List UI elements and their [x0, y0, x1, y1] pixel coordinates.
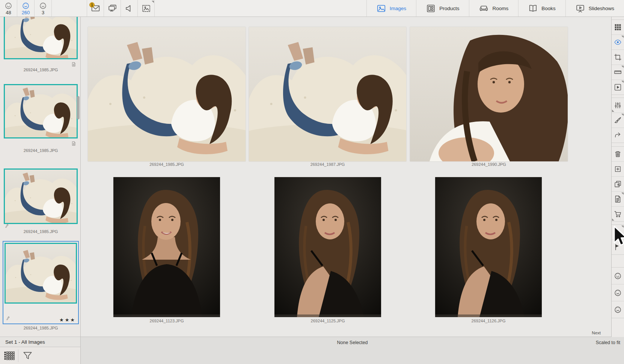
note-doc-icon [71, 141, 76, 146]
pencil-icon [5, 224, 9, 229]
image-marquee-button[interactable] [138, 0, 155, 17]
select-flag-icon [614, 243, 622, 251]
face-neutral-icon [614, 289, 622, 297]
paintbrush-button[interactable] [612, 113, 624, 128]
tab-books[interactable]: Books [518, 0, 565, 17]
photo-couch-scene [5, 85, 77, 137]
status-bar: None Selected Scaled to fit [81, 337, 624, 364]
right-toolbar-group [612, 267, 624, 318]
right-toolbar-group [612, 20, 624, 95]
face-happy-button[interactable] [612, 268, 624, 284]
email-button[interactable]: 1 [87, 0, 104, 17]
trash-icon [614, 150, 622, 158]
top-tool-group: 1 [87, 0, 155, 17]
edited-pencil-icon [6, 316, 11, 322]
tab-images-icon [377, 4, 386, 13]
photo-studio-portrait [113, 177, 220, 317]
shopping-cart-button[interactable] [612, 206, 624, 221]
grid-photo[interactable] [249, 27, 406, 161]
thumbnail-filename: 269244_1985.JPG [4, 68, 78, 72]
adjustments-icon [614, 101, 622, 109]
play-production-button[interactable] [612, 80, 624, 95]
add-frame-button[interactable] [612, 161, 624, 176]
face-sad-button[interactable] [612, 301, 624, 318]
displays-icon [108, 4, 117, 13]
adjustments-button[interactable] [612, 98, 624, 113]
face-neutral-icon [22, 2, 30, 10]
tab-images[interactable]: Images [366, 0, 416, 17]
grid-photo[interactable] [274, 177, 381, 317]
select-flag-icon [614, 228, 622, 236]
right-toolbar-group [612, 224, 624, 255]
thumbnail-photo[interactable] [4, 84, 78, 138]
tab-slideshows[interactable]: Slideshows [565, 0, 624, 17]
thumbnail-list: 269244_1985.JPG 269244_1985.JPG 269244_1… [0, 17, 80, 337]
preview-eye-icon [614, 38, 622, 46]
photo-couch-scene [249, 27, 406, 161]
photo-filename: 269244_1123.JPG [88, 319, 246, 323]
speaker-icon [125, 4, 134, 13]
duplicate-image-button[interactable] [612, 176, 624, 191]
grid-view-button[interactable] [612, 20, 624, 35]
order-notes-button[interactable] [612, 191, 624, 206]
tab-label: Rooms [492, 6, 508, 11]
tab-label: Slideshows [589, 6, 614, 11]
trash-button[interactable] [612, 147, 624, 161]
thumbnail-meta-row [4, 223, 78, 229]
thumbnail-current[interactable]: ★★★ [3, 241, 79, 324]
thumbnail-photo[interactable] [4, 17, 78, 59]
thumbnail-size-button[interactable] [0, 350, 18, 361]
crop-icon [614, 53, 622, 61]
mood-counter-neutral[interactable]: 260 [17, 0, 35, 17]
tab-books-icon [528, 4, 538, 13]
thumbnail-meta-row [4, 141, 78, 147]
tab-rooms[interactable]: Rooms [469, 0, 518, 17]
face-neutral-button[interactable] [612, 284, 624, 301]
right-toolbar-group [612, 98, 624, 143]
photo-filename: 269244_1125.JPG [249, 319, 407, 323]
grid-photo[interactable] [88, 27, 246, 161]
displays-button[interactable] [104, 0, 121, 17]
right-toolbar [611, 17, 624, 337]
thumbnail-photo[interactable] [5, 243, 77, 304]
tab-products[interactable]: Products [416, 0, 469, 17]
photo-filename: 269244_1985.JPG [88, 162, 246, 167]
mood-counter-sad[interactable]: 3 [35, 0, 52, 17]
photo-grid: 269244_1985.JPG 269244_1987.JPG 269244_1… [81, 17, 611, 337]
thumbnail-filename: 269244_1985.JPG [4, 148, 78, 153]
photo-couch-scene [5, 170, 77, 223]
sidebar-scrollbar[interactable] [77, 96, 80, 119]
photo-couch-scene [5, 17, 77, 58]
add-frame-icon [614, 165, 622, 173]
photo-filename: 269244_1990.JPG [410, 162, 568, 167]
select-flag-button[interactable] [612, 225, 624, 239]
top-toolbar: 482603 1 ImagesProductsRoomsBooksSlidesh… [0, 0, 624, 17]
grid-view-icon [614, 23, 622, 31]
mood-counter-happy[interactable]: 48 [0, 0, 17, 17]
thumbnail-filename: 269244_1985.JPG [4, 326, 78, 330]
image-set-bar[interactable]: Set 1 - All Images [0, 337, 80, 347]
face-sad-icon [614, 306, 622, 314]
thumbnail-photo[interactable] [4, 168, 78, 224]
star-rating[interactable]: ★★★ [59, 317, 76, 323]
thumbnail-filename: 269244_1985.JPG [4, 229, 78, 234]
photo-couch-scene [88, 27, 246, 161]
grid-photo[interactable] [410, 27, 568, 161]
tab-rooms-icon [479, 4, 488, 13]
photo-studio-portrait [435, 177, 542, 317]
preview-eye-button[interactable] [612, 35, 624, 50]
crop-button[interactable] [612, 50, 624, 65]
mood-count: 260 [22, 10, 30, 15]
select-flag-alt-button[interactable] [612, 239, 624, 254]
speaker-button[interactable] [121, 0, 138, 17]
grid-photo[interactable] [113, 177, 220, 317]
tab-label: Books [541, 6, 556, 11]
share-export-button[interactable] [612, 128, 624, 143]
tab-label: Images [390, 6, 406, 11]
ruler-button[interactable] [612, 65, 624, 80]
filter-button[interactable] [18, 350, 36, 361]
grid-photo[interactable] [435, 177, 542, 317]
image-set-label: Set 1 - All Images [5, 339, 45, 345]
next-page-label[interactable]: Next [592, 331, 601, 335]
duplicate-image-icon [614, 180, 622, 188]
